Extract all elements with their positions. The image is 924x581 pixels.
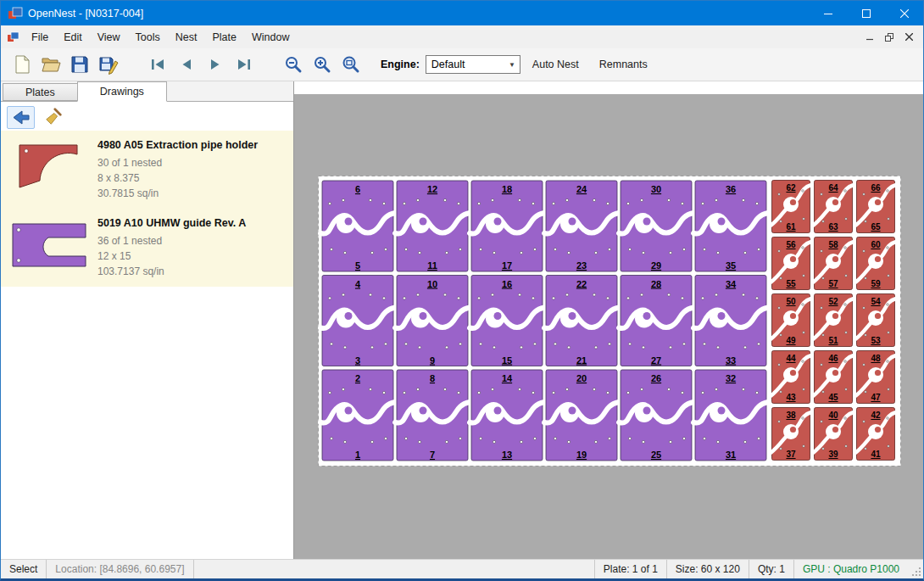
nested-part-pair-red[interactable]: 40 39 <box>813 408 854 461</box>
nested-part-pair-purple[interactable]: 26 25 <box>619 370 693 461</box>
part-thumbnail-red <box>9 137 92 201</box>
svg-text:13: 13 <box>502 450 512 460</box>
nav-previous-icon[interactable] <box>172 52 201 77</box>
menu-window[interactable]: Window <box>244 26 297 48</box>
svg-text:55: 55 <box>786 279 796 288</box>
menu-nest[interactable]: Nest <box>168 26 205 48</box>
nested-part-pair-purple[interactable]: 30 29 <box>619 181 693 271</box>
svg-text:47: 47 <box>871 393 881 402</box>
zoom-out-icon[interactable] <box>279 52 308 77</box>
zoom-in-icon[interactable] <box>308 52 337 77</box>
nested-part-pair-red[interactable]: 38 37 <box>771 408 811 461</box>
drawing-name: 5019 A10 UHMW guide Rev. A <box>97 215 246 233</box>
svg-text:58: 58 <box>828 240 838 249</box>
nested-part-pair-purple[interactable]: 2 1 <box>320 370 395 461</box>
drawing-area: 103.7137 sq/in <box>97 264 246 279</box>
svg-text:66: 66 <box>871 183 881 193</box>
remnants-button[interactable]: Remnants <box>591 53 656 76</box>
minimize-icon[interactable] <box>809 1 847 25</box>
nested-part-pair-red[interactable]: 56 55 <box>771 237 811 290</box>
nested-part-pair-red[interactable]: 52 51 <box>813 294 854 347</box>
nested-part-pair-red[interactable]: 58 57 <box>813 237 854 290</box>
menubar: FileEditViewToolsNestPlateWindow <box>1 25 923 48</box>
nested-part-pair-red[interactable]: 60 59 <box>855 237 896 290</box>
drawing-item-1[interactable]: 4980 A05 Extraction pipe holder 30 of 1 … <box>1 131 293 209</box>
nested-part-pair-purple[interactable]: 12 11 <box>395 181 470 271</box>
document-icon[interactable] <box>7 31 20 43</box>
nested-part-pair-purple[interactable]: 32 31 <box>693 370 768 461</box>
clean-broom-icon[interactable] <box>39 106 67 129</box>
nested-part-pair-purple[interactable]: 18 17 <box>470 181 544 271</box>
window-title: OpenNest - [N0317-004] <box>28 8 143 20</box>
nested-part-pair-purple[interactable]: 14 13 <box>470 370 544 461</box>
svg-text:37: 37 <box>786 450 796 459</box>
drawings-toolbar <box>1 102 293 131</box>
nested-part-pair-purple[interactable]: 20 19 <box>544 370 619 461</box>
new-file-icon[interactable] <box>8 52 36 77</box>
nested-part-pair-purple[interactable]: 28 27 <box>619 276 693 366</box>
zoom-fit-icon[interactable] <box>337 52 365 77</box>
mdi-close-icon[interactable] <box>899 29 919 46</box>
nested-part-pair-red[interactable]: 42 41 <box>855 408 896 461</box>
menu-plate[interactable]: Plate <box>204 26 244 48</box>
nested-part-pair-purple[interactable]: 34 33 <box>693 276 768 366</box>
save-icon[interactable] <box>65 52 94 77</box>
auto-nest-button[interactable]: Auto Nest <box>524 53 587 76</box>
svg-text:38: 38 <box>786 411 796 420</box>
drawings-list: 4980 A05 Extraction pipe holder 30 of 1 … <box>1 131 293 287</box>
close-icon[interactable] <box>885 1 923 25</box>
menu-tools[interactable]: Tools <box>128 26 168 48</box>
drawing-item-2[interactable]: 5019 A10 UHMW guide Rev. A 36 of 1 neste… <box>1 209 293 287</box>
status-size: Size: 60 x 120 <box>666 560 749 578</box>
nested-part-pair-red[interactable]: 50 49 <box>771 294 811 347</box>
nested-part-pair-purple[interactable]: 22 21 <box>544 276 619 366</box>
tab-drawings[interactable]: Drawings <box>77 81 167 102</box>
main-area: Plates Drawings <box>1 81 923 559</box>
maximize-icon[interactable] <box>847 1 885 25</box>
nested-part-pair-purple[interactable]: 4 3 <box>320 276 395 366</box>
nested-part-pair-red[interactable]: 46 45 <box>813 351 854 404</box>
svg-text:5: 5 <box>355 260 360 271</box>
svg-text:60: 60 <box>871 240 881 249</box>
nest-canvas[interactable]: 6 5 12 11 18 17 24 23 30 29 36 35 <box>294 81 923 559</box>
nested-part-pair-red[interactable]: 48 47 <box>855 351 896 404</box>
mdi-restore-icon[interactable] <box>880 29 899 46</box>
menu-file[interactable]: File <box>24 26 56 48</box>
nav-first-icon[interactable] <box>143 52 172 77</box>
nested-part-pair-red[interactable]: 66 65 <box>855 181 896 233</box>
nested-part-pair-purple[interactable]: 10 9 <box>395 276 470 366</box>
import-arrow-icon[interactable] <box>7 106 35 129</box>
svg-text:57: 57 <box>828 279 838 288</box>
nested-part-pair-red[interactable]: 62 61 <box>771 181 811 233</box>
svg-text:2: 2 <box>355 373 360 383</box>
menu-view[interactable]: View <box>90 26 128 48</box>
svg-text:35: 35 <box>726 260 736 271</box>
svg-text:49: 49 <box>786 336 796 345</box>
nested-part-pair-red[interactable]: 64 63 <box>813 181 854 233</box>
nested-part-pair-red[interactable]: 54 53 <box>855 294 896 347</box>
parts-panel: Plates Drawings <box>1 81 294 559</box>
nested-part-pair-purple[interactable]: 36 35 <box>693 181 768 271</box>
nested-part-pair-purple[interactable]: 8 7 <box>395 370 470 461</box>
nested-part-pair-purple[interactable]: 24 23 <box>544 181 619 271</box>
tab-plates[interactable]: Plates <box>3 83 78 101</box>
nest-plate[interactable]: 6 5 12 11 18 17 24 23 30 29 36 35 <box>318 176 901 466</box>
save-as-icon[interactable] <box>94 52 123 77</box>
resize-grip[interactable] <box>908 560 923 578</box>
svg-text:31: 31 <box>726 450 736 460</box>
svg-text:22: 22 <box>576 279 587 289</box>
nav-next-icon[interactable] <box>201 52 230 77</box>
svg-text:54: 54 <box>871 297 881 306</box>
nested-part-pair-purple[interactable]: 6 5 <box>320 181 395 271</box>
menu-edit[interactable]: Edit <box>56 26 90 48</box>
svg-text:16: 16 <box>502 279 512 289</box>
nested-part-pair-purple[interactable]: 16 15 <box>470 276 544 366</box>
nested-part-pair-red[interactable]: 44 43 <box>771 351 811 404</box>
engine-label: Engine: <box>381 59 420 70</box>
svg-text:45: 45 <box>828 393 838 402</box>
mdi-minimize-icon[interactable] <box>860 29 880 46</box>
open-file-icon[interactable] <box>36 52 65 77</box>
svg-text:7: 7 <box>430 450 435 460</box>
engine-select[interactable]: Default ▼ <box>426 55 520 74</box>
nav-last-icon[interactable] <box>230 52 259 77</box>
